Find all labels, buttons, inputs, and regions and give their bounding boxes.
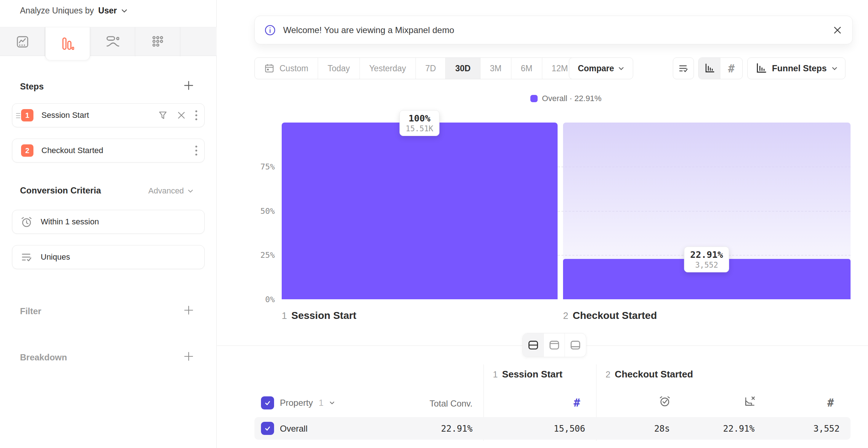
cell-step1-count: 15,506 (531, 424, 585, 434)
range-3m[interactable]: 3M (481, 58, 511, 79)
tooltip-count: 3,552 (690, 261, 723, 269)
compare-button[interactable]: Compare (569, 57, 633, 79)
drag-handle-icon[interactable] (15, 112, 22, 119)
conversion-rate-icon[interactable] (744, 395, 756, 407)
time-to-convert-icon[interactable] (659, 395, 671, 407)
range-7d[interactable]: 7D (416, 58, 446, 79)
chevron-down-icon[interactable] (329, 401, 335, 405)
x-label-text: Checkout Started (572, 310, 657, 321)
plus-icon (183, 80, 194, 91)
property-label[interactable]: Property (280, 398, 313, 408)
row-checkbox[interactable] (261, 422, 274, 435)
chevron-down-icon[interactable] (121, 9, 128, 13)
y-tick: 0% (249, 295, 275, 304)
range-custom[interactable]: Custom (255, 58, 318, 79)
range-label: 30D (455, 64, 470, 73)
tab-retention[interactable] (135, 27, 180, 56)
count-metric-icon-step2[interactable]: # (827, 396, 834, 409)
counting-method-card[interactable]: Uniques (12, 245, 205, 269)
remove-step-icon[interactable] (177, 111, 186, 120)
range-6m[interactable]: 6M (511, 58, 542, 79)
step-label[interactable]: Session Start (41, 111, 89, 120)
x-label-step2: 2 Checkout Started (563, 310, 657, 321)
steps-title: Steps (20, 81, 44, 92)
x-label-num: 2 (563, 310, 568, 321)
tab-flows[interactable] (90, 27, 135, 56)
calendar-icon (264, 63, 274, 73)
x-label-step1: 1 Session Start (282, 310, 356, 321)
total-conv-header: Total Conv. (400, 399, 473, 409)
metric-uniques-button[interactable] (673, 57, 694, 79)
layout-top-icon (549, 340, 560, 351)
property-header: Property 1 (261, 396, 335, 409)
chart-type-label: Funnel Steps (772, 63, 827, 73)
tooltip-pct: 100% (406, 113, 433, 124)
group-label: Session Start (502, 369, 562, 380)
list-check-icon (20, 251, 33, 263)
step-number-badge: 2 (21, 144, 33, 157)
counting-method-label: Uniques (41, 252, 70, 262)
percent-view-toggle[interactable] (699, 58, 720, 79)
count-metric-icon-step1[interactable]: # (574, 396, 580, 409)
breakdown-title: Breakdown (20, 352, 67, 363)
retention-icon (151, 35, 164, 48)
flows-icon (106, 35, 119, 48)
row-name: Overall (280, 424, 308, 434)
check-icon (264, 399, 272, 407)
filter-icon[interactable] (158, 110, 168, 120)
funnel-bar-step1[interactable] (282, 123, 558, 299)
tab-funnels[interactable] (45, 27, 90, 60)
count-view-toggle[interactable]: # (720, 58, 742, 79)
range-label: 12M (552, 64, 568, 73)
chevron-down-icon (832, 67, 837, 71)
step-label[interactable]: Checkout Started (41, 146, 103, 155)
range-label: 7D (425, 64, 436, 73)
layout-toggle (522, 333, 586, 357)
kebab-menu-icon[interactable] (195, 145, 198, 156)
advanced-dropdown[interactable]: Advanced (148, 186, 193, 196)
chart-type-dropdown[interactable]: Funnel Steps (747, 57, 845, 79)
report-tabstrip (0, 27, 217, 56)
range-label: 3M (490, 64, 502, 73)
alarm-clock-icon (20, 216, 33, 228)
analyze-entity-dropdown[interactable]: User (98, 6, 117, 16)
tab-insights[interactable] (0, 27, 45, 56)
banner-message: Welcome! You are viewing a Mixpanel demo (283, 25, 454, 35)
table-group-step1: 1 Session Start (493, 369, 563, 380)
step-card-2[interactable]: 2 Checkout Started (12, 139, 205, 163)
tooltip-count: 15.51K (406, 124, 433, 133)
x-label-num: 1 (282, 310, 287, 321)
funnel-chart (282, 123, 851, 299)
bar-chart-icon (704, 63, 715, 74)
add-step-button[interactable] (182, 79, 195, 92)
range-30d[interactable]: 30D (446, 58, 480, 79)
range-today[interactable]: Today (318, 58, 359, 79)
range-label: Today (327, 64, 350, 73)
welcome-banner: Welcome! You are viewing a Mixpanel demo (254, 16, 853, 44)
conversion-criteria-title: Conversion Criteria (20, 185, 101, 196)
property-index: 1 (319, 398, 324, 408)
range-yesterday[interactable]: Yesterday (360, 58, 416, 79)
conversion-window-card[interactable]: Within 1 session (12, 210, 205, 234)
tooltip-step1: 100% 15.51K (399, 110, 439, 136)
analyze-label: Analyze Uniques by (20, 6, 94, 16)
add-breakdown-button[interactable] (182, 350, 195, 363)
hash-icon: # (728, 62, 735, 75)
plus-icon (183, 351, 194, 362)
close-icon[interactable] (833, 25, 842, 35)
layout-split-button[interactable] (523, 333, 544, 357)
group-label: Checkout Started (615, 369, 693, 380)
funnel-dropoff-step2[interactable] (563, 123, 851, 299)
select-all-checkbox[interactable] (261, 396, 274, 409)
legend-label: Overall · 22.91% (542, 94, 602, 103)
x-label-text: Session Start (291, 310, 356, 321)
compare-label: Compare (578, 64, 614, 73)
y-tick: 50% (249, 207, 275, 216)
funnels-icon (61, 37, 74, 50)
layout-chart-only-button[interactable] (544, 333, 565, 357)
kebab-menu-icon[interactable] (195, 110, 198, 121)
layout-table-only-button[interactable] (565, 333, 586, 357)
add-filter-button[interactable] (182, 304, 195, 316)
sidebar: Analyze Uniques by User Steps 1 Session … (0, 0, 217, 448)
step-card-1[interactable]: 1 Session Start (12, 103, 205, 127)
